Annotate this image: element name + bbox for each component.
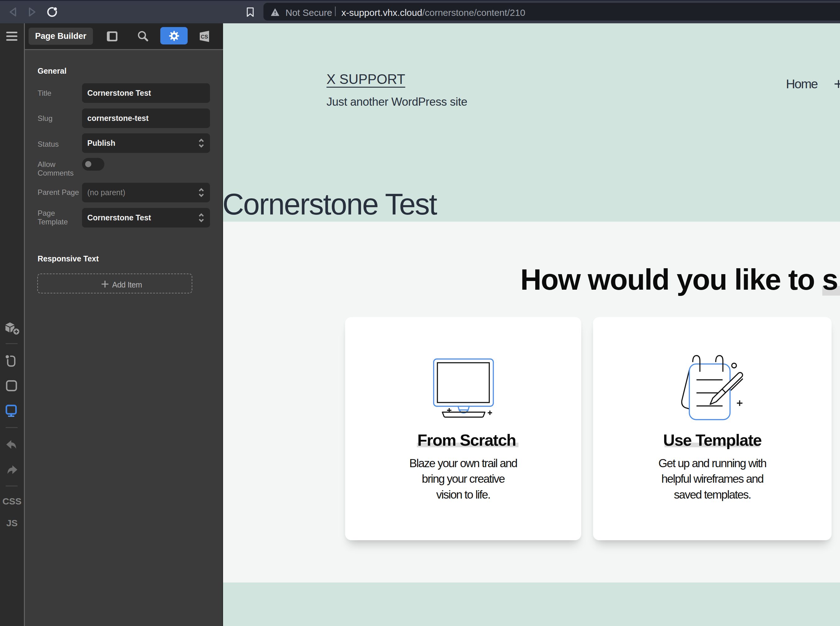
svg-text:CS: CS	[201, 34, 208, 40]
